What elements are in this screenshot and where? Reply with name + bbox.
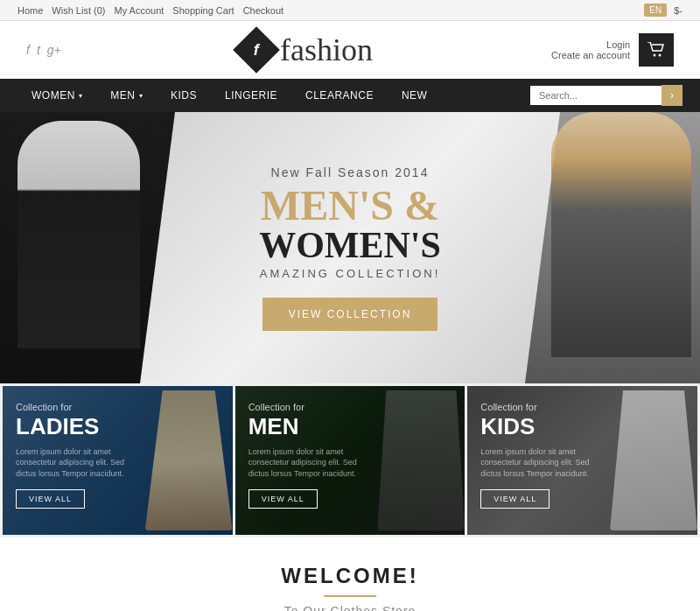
svg-point-0 [654, 54, 656, 57]
language-button[interactable]: EN [644, 4, 667, 17]
ladies-desc: Lorem ipsum dolor sit amet consectetur a… [16, 446, 138, 480]
view-collection-button[interactable]: VIEW COLLECTION [262, 298, 438, 331]
nav-new[interactable]: NEW [388, 79, 442, 112]
top-bar-right: EN $- [644, 4, 682, 17]
cart-count-label: $- [674, 5, 682, 16]
search-button[interactable]: › [662, 85, 682, 106]
ladies-title: LADIES [16, 414, 138, 439]
create-account-link[interactable]: Create an account [551, 50, 630, 60]
svg-point-1 [659, 54, 662, 57]
nav-wishlist[interactable]: Wish List (0) [52, 5, 105, 16]
welcome-subtitle: To Our Clothes Store [18, 604, 682, 611]
search-input[interactable] [530, 86, 662, 105]
header-right: Login Create an account [551, 33, 674, 67]
hero-title-line2: WOMEN'S [259, 227, 441, 263]
logo-text: fashion [280, 32, 373, 68]
nav-home[interactable]: Home [18, 5, 43, 16]
ladies-for-label: Collection for [16, 402, 138, 412]
header: f t g+ f fashion Login Create an account [0, 21, 700, 79]
men-figure [377, 390, 465, 530]
top-bar: Home Wish List (0) My Account Shopping C… [0, 0, 700, 21]
kids-view-all-button[interactable]: VIEW ALL [480, 489, 550, 509]
ladies-figure [145, 390, 233, 530]
welcome-divider [324, 595, 376, 597]
nav-women[interactable]: WOMEN ▾ [18, 79, 96, 112]
kids-for-label: Collection for [480, 402, 603, 412]
welcome-section: WELCOME! To Our Clothes Store [0, 537, 700, 611]
nav-lingerie[interactable]: LINGERIE [211, 79, 291, 112]
hero-title-line1: MEN'S & [259, 185, 441, 227]
twitter-icon[interactable]: t [37, 43, 40, 57]
nav-checkout[interactable]: Checkout [243, 5, 284, 16]
top-nav: Home Wish List (0) My Account Shopping C… [18, 5, 284, 16]
nav-men[interactable]: MEN ▾ [96, 79, 157, 112]
nav-kids[interactable]: KIDS [157, 79, 211, 112]
social-links: f t g+ [26, 43, 61, 57]
kids-content: Collection for KIDS Lorem ipsum dolor si… [467, 386, 616, 524]
googleplus-icon[interactable]: g+ [47, 43, 61, 57]
kids-collection-card[interactable]: Collection for KIDS Lorem ipsum dolor si… [467, 386, 697, 535]
cart-svg [648, 42, 665, 58]
nav-cart[interactable]: Shopping Cart [172, 5, 234, 16]
logo-letter: f [254, 41, 259, 60]
nav-myaccount[interactable]: My Account [114, 5, 164, 16]
ladies-view-all-button[interactable]: VIEW ALL [16, 489, 85, 509]
men-collection-card[interactable]: Collection for MEN Lorem ipsum dolor sit… [235, 386, 466, 535]
hero-subtitle: New Fall Season 2014 [259, 165, 441, 179]
nav-clearance[interactable]: CLEARANCE [291, 79, 388, 112]
hero-tagline: AMAZING COLLECTION! [259, 267, 441, 280]
kids-desc: Lorem ipsum dolor sit amet consectetur a… [480, 446, 603, 480]
hero-banner: New Fall Season 2014 MEN'S & WOMEN'S AMA… [0, 112, 700, 383]
hero-woman-body [551, 112, 691, 357]
ladies-content: Collection for LADIES Lorem ipsum dolor … [3, 386, 151, 524]
men-caret: ▾ [139, 92, 144, 100]
hero-woman-area [508, 112, 700, 383]
kids-figure [610, 390, 697, 530]
facebook-icon[interactable]: f [26, 43, 30, 57]
men-for-label: Collection for [248, 402, 371, 412]
search-bar: › [530, 85, 682, 106]
logo[interactable]: f fashion [240, 32, 373, 68]
cart-icon[interactable] [639, 33, 674, 67]
men-content: Collection for MEN Lorem ipsum dolor sit… [235, 386, 384, 524]
kids-title: KIDS [480, 414, 603, 439]
ladies-collection-card[interactable]: Collection for LADIES Lorem ipsum dolor … [3, 386, 233, 535]
nav-links: WOMEN ▾ MEN ▾ KIDS LINGERIE CLEARANCE NE… [18, 79, 441, 112]
collections-section: Collection for LADIES Lorem ipsum dolor … [0, 383, 700, 537]
login-link[interactable]: Login [551, 39, 630, 50]
men-desc: Lorem ipsum dolor sit amet consectetur a… [248, 446, 371, 480]
main-nav: WOMEN ▾ MEN ▾ KIDS LINGERIE CLEARANCE NE… [0, 79, 700, 112]
hero-man-body [18, 121, 140, 348]
hero-content: New Fall Season 2014 MEN'S & WOMEN'S AMA… [242, 148, 458, 348]
logo-diamond: f [233, 26, 280, 74]
account-links: Login Create an account [551, 39, 630, 60]
women-caret: ▾ [79, 92, 83, 100]
hero-man-area [0, 112, 192, 383]
men-title: MEN [248, 414, 371, 439]
welcome-title: WELCOME! [18, 564, 682, 588]
men-view-all-button[interactable]: VIEW ALL [248, 489, 318, 509]
